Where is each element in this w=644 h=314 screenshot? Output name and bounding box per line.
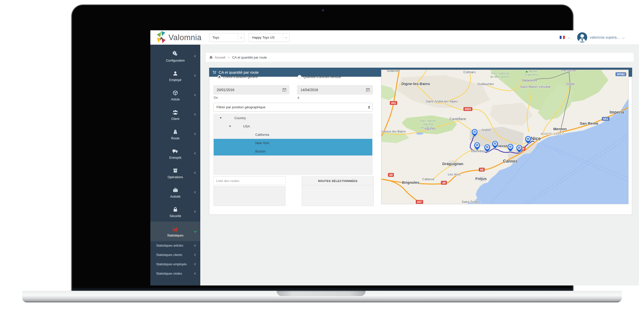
road-badge-a57: A57 <box>416 200 423 204</box>
tree-node-new-york[interactable]: New York <box>214 139 372 147</box>
map-city-label: Guillaumes <box>477 82 494 86</box>
laptop-hinge <box>72 288 573 291</box>
map-marker-3[interactable] <box>484 144 491 154</box>
laptop-base <box>22 291 622 302</box>
sidebar-item-entrepot[interactable]: Entrepôt <box>150 144 200 163</box>
calendar-icon[interactable] <box>363 88 373 92</box>
sidebar-item-label: Article <box>171 98 180 101</box>
sidebar-item-activite[interactable]: Activité <box>150 183 200 202</box>
map-city-label: Fréjus <box>475 176 487 181</box>
tree-node-boston[interactable]: Boston <box>214 147 372 155</box>
chevron-down-icon <box>194 230 197 232</box>
road-badge-ss1: SS1 <box>602 117 609 121</box>
sidebar-item-securite[interactable]: Sécurité <box>150 202 200 222</box>
sidebar-subitem-statistiques-visites[interactable]: Statistiques visites <box>150 269 200 278</box>
tree-node-california[interactable]: California <box>214 130 372 139</box>
routes-list[interactable] <box>213 186 286 206</box>
report-panel: CA et quantité par route Chiffre d'affai… <box>209 68 632 215</box>
date-to-field[interactable]: 14/04/2016 <box>297 85 373 94</box>
calendar-icon[interactable] <box>279 88 289 92</box>
sidebar-item-configuration[interactable]: Configuration <box>150 47 200 66</box>
chevron-down-icon <box>238 33 244 42</box>
map-city-label: Gréoux-les-Bains <box>381 129 406 133</box>
chevron-left-icon <box>194 272 197 275</box>
map-city-label: Colmars <box>463 70 475 74</box>
home-icon[interactable] <box>209 56 213 59</box>
map-city-label: Saint-Tropez <box>462 200 480 204</box>
sidebar-subitem-statistiques-clients[interactable]: Statistiques clients <box>150 250 200 260</box>
chevron-left-icon <box>194 113 197 116</box>
tree-node-country[interactable]: Country <box>214 114 372 122</box>
map-city-label: Aiguines <box>424 127 436 130</box>
map-marker-4[interactable] <box>492 140 498 150</box>
france-flag-icon[interactable] <box>559 36 565 39</box>
tree-node-label: Country <box>234 114 246 122</box>
map[interactable]: SisteronDigne-les-BainsColmarsGuillaumes… <box>381 70 629 204</box>
sidebar-item-label: Sécurité <box>170 214 181 218</box>
sidebar-subitem-statistiques-articles[interactable]: Statistiques articles <box>150 241 200 250</box>
sidebar-item-label: Client <box>171 117 179 121</box>
breadcrumb-current: CA et quantité par route <box>232 56 267 59</box>
map-city-label: Brignoles <box>402 180 419 185</box>
sidebar-item-operations[interactable]: Opérations <box>150 163 200 183</box>
sidebar-item-statistiques[interactable]: Statistiques <box>150 222 200 241</box>
radio-revenue[interactable]: Chiffre d'affaires généré <box>217 75 258 79</box>
geo-filter-select[interactable]: Filtrer par position géographique <box>213 103 373 112</box>
map-city-label: Castellane <box>450 117 466 121</box>
sidebar-item-client[interactable]: Client <box>150 105 200 124</box>
road-icon <box>173 128 178 135</box>
sidebar-subitem-label: Statistiques clients <box>156 253 182 257</box>
selected-routes-header: ROUTES SÉLECTIONNÉES <box>302 177 374 185</box>
gears-icon <box>172 51 179 57</box>
sidebar-item-employe[interactable]: Employé <box>150 66 200 86</box>
lock-icon <box>173 206 178 213</box>
road-badge-a8: A8 <box>388 173 394 177</box>
entity-select[interactable]: Happy Toys US <box>249 33 290 42</box>
map-city-label: Nice <box>531 136 541 141</box>
sidebar: ConfigurationEmployéArticleClientRouteEn… <box>150 45 200 285</box>
sidebar-item-label: Route <box>171 137 179 140</box>
date-from-field[interactable]: 20/01/2016 <box>213 85 289 94</box>
radio-quantity[interactable]: Quantité d'articles vendue <box>298 75 341 79</box>
chevron-left-icon <box>194 253 197 256</box>
username[interactable]: valomnia supera... <box>590 30 620 45</box>
routes-search-input[interactable] <box>213 176 286 185</box>
sidebar-subitem-label: Statistiques visites <box>156 272 182 275</box>
select-arrows-icon <box>366 106 372 109</box>
map-marker-1[interactable] <box>471 128 478 138</box>
radio-selected-icon[interactable] <box>217 75 221 79</box>
chevron-down-icon[interactable] <box>622 36 625 39</box>
breadcrumb-home[interactable]: Accueil <box>215 56 225 59</box>
laptop-notch <box>277 291 366 296</box>
road-badge-a51: A51 <box>390 101 397 105</box>
road-badge-sp582: SP582 <box>615 72 626 76</box>
map-marker-6[interactable] <box>516 144 523 154</box>
map-city-label: Piemonte <box>561 70 576 72</box>
map-city-label: Tende <box>566 82 574 86</box>
company-select[interactable]: Toys <box>209 33 244 42</box>
archive-icon <box>173 167 178 174</box>
brand-logo[interactable]: Valomnia <box>155 31 202 44</box>
sidebar-item-route[interactable]: Route <box>150 124 200 144</box>
avatar[interactable] <box>577 32 587 42</box>
chevron-down-icon[interactable] <box>568 36 570 39</box>
map-city-label: Menton <box>553 127 567 131</box>
date-to-label: à <box>297 96 299 99</box>
main-content: Accueil > CA et quantité par route CA et… <box>200 45 639 285</box>
sidebar-item-article[interactable]: Article <box>150 86 200 105</box>
tree-node-usa[interactable]: USA <box>214 122 372 130</box>
map-marker-5[interactable] <box>507 143 514 153</box>
chevron-left-icon <box>194 191 197 193</box>
map-marker-2[interactable] <box>474 142 481 152</box>
cart-icon <box>212 70 216 74</box>
caret-down-icon[interactable] <box>220 117 222 119</box>
chevron-down-icon <box>283 33 289 42</box>
chevron-left-icon <box>194 133 197 135</box>
caret-down-icon[interactable] <box>229 126 231 127</box>
chevron-left-icon <box>194 244 197 247</box>
road-badge-a8: A8 <box>441 181 447 185</box>
radio-unselected-icon[interactable] <box>298 75 301 79</box>
map-marker-7[interactable] <box>525 136 531 145</box>
webcam <box>322 9 324 12</box>
sidebar-subitem-statistiques-employes[interactable]: Statistiques employés <box>150 260 200 269</box>
